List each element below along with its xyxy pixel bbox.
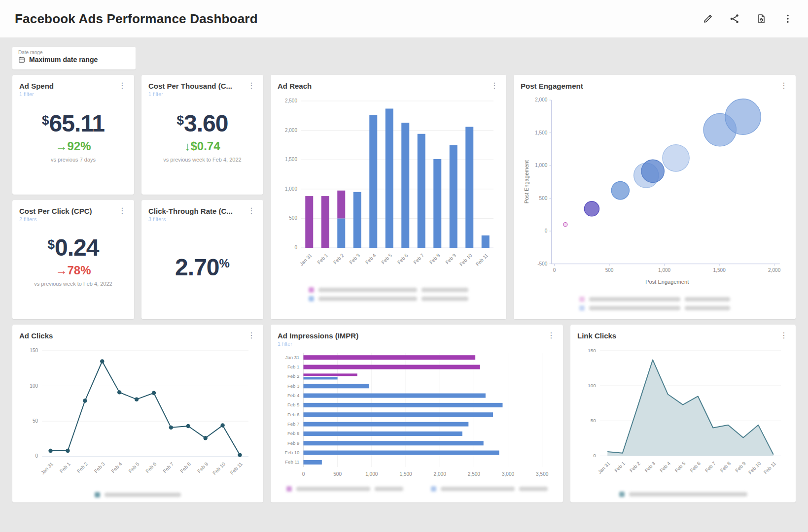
svg-text:Feb 3: Feb 3 [644, 461, 657, 473]
svg-text:1,500: 1,500 [399, 472, 412, 477]
filter-badge[interactable]: 1 filter [148, 91, 256, 97]
svg-text:2,000: 2,000 [535, 97, 548, 102]
card-title: Post Engagement [521, 82, 789, 90]
card-cost-per-click: Cost Per Click (CPC) 2 filters ⋮ $0.24 →… [12, 200, 134, 319]
card-menu-icon[interactable]: ⋮ [245, 81, 258, 91]
svg-text:Feb 1: Feb 1 [59, 461, 71, 474]
svg-text:Feb 1: Feb 1 [287, 364, 300, 369]
svg-text:Feb 11: Feb 11 [229, 461, 244, 476]
svg-text:Feb 8: Feb 8 [428, 253, 441, 266]
svg-text:Post Engagement: Post Engagement [645, 279, 689, 285]
svg-text:Feb 10: Feb 10 [458, 253, 473, 267]
card-menu-icon[interactable]: ⋮ [245, 206, 258, 216]
svg-text:Feb 7: Feb 7 [287, 421, 300, 427]
svg-text:Jan 31: Jan 31 [299, 253, 313, 267]
date-range-label: Date range [18, 50, 130, 55]
svg-text:150: 150 [30, 348, 38, 353]
kpi-comparison-text: vs previous week to Feb 4, 2022 [27, 280, 120, 288]
kpi-value: $3.60 [148, 112, 256, 135]
chart-legend-blurred [278, 287, 499, 301]
card-cost-per-thousand: Cost Per Thousand (C... 1 filter ⋮ $3.60… [141, 75, 263, 195]
svg-text:1,000: 1,000 [658, 267, 671, 273]
svg-text:0: 0 [35, 454, 38, 459]
card-menu-icon[interactable]: ⋮ [544, 331, 558, 340]
svg-text:2,000: 2,000 [434, 472, 447, 477]
svg-text:Feb 6: Feb 6 [689, 461, 702, 473]
filter-badge[interactable]: 3 filters [148, 216, 256, 222]
svg-text:Feb 3: Feb 3 [93, 461, 106, 474]
chart-legend-blurred [278, 486, 556, 492]
card-ad-clicks: Ad Clicks ⋮ 050100150Jan 31Feb 1Feb 2Feb… [12, 325, 263, 502]
svg-text:Feb 8: Feb 8 [179, 461, 192, 474]
svg-text:Feb 9: Feb 9 [196, 461, 209, 474]
card-title: Ad Impressions (IMPR) [278, 332, 556, 340]
card-title: Ad Spend [19, 82, 127, 90]
svg-text:Feb 11: Feb 11 [475, 253, 490, 267]
svg-text:Jan 31: Jan 31 [597, 461, 611, 475]
svg-text:Feb 4: Feb 4 [659, 461, 671, 473]
svg-text:Feb 9: Feb 9 [444, 253, 457, 266]
svg-text:2,500: 2,500 [285, 98, 297, 103]
card-title: Cost Per Click (CPC) [19, 207, 127, 215]
app-header: Facebook Ads Performance Dashboard [0, 0, 808, 37]
date-range-picker[interactable]: Date range Maximum date range [12, 47, 136, 69]
svg-text:Feb 5: Feb 5 [128, 461, 141, 474]
svg-text:Feb 5: Feb 5 [674, 461, 687, 473]
kpi-comparison-text: vs previous 7 days [27, 156, 120, 164]
svg-text:1,000: 1,000 [285, 186, 297, 192]
svg-text:0: 0 [294, 245, 297, 250]
svg-text:100: 100 [30, 383, 38, 389]
card-menu-icon[interactable]: ⋮ [115, 81, 129, 91]
svg-text:1,500: 1,500 [535, 130, 548, 135]
svg-text:Feb 4: Feb 4 [287, 393, 300, 398]
card-title: Ad Clicks [19, 332, 256, 340]
filter-badge[interactable]: 2 filters [19, 216, 127, 222]
svg-text:Jan 31: Jan 31 [285, 355, 300, 360]
svg-text:3,000: 3,000 [502, 472, 515, 477]
svg-text:Feb 4: Feb 4 [364, 253, 377, 266]
export-icon[interactable] [756, 13, 767, 24]
edit-icon[interactable] [703, 13, 713, 24]
chart-legend-blurred [521, 297, 789, 311]
svg-text:1,000: 1,000 [535, 163, 548, 168]
svg-text:1,000: 1,000 [365, 472, 378, 477]
svg-text:Feb 9: Feb 9 [734, 461, 747, 473]
svg-text:Jan 31: Jan 31 [40, 461, 54, 475]
svg-text:Feb 5: Feb 5 [380, 253, 393, 266]
card-menu-icon[interactable]: ⋮ [115, 206, 129, 216]
card-link-clicks: Link Clicks ⋮ 050100150Jan 31Feb 1Feb 2F… [570, 325, 796, 502]
kpi-comparison-text: vs previous week to Feb 4, 2022 [156, 156, 249, 164]
svg-text:Feb 8: Feb 8 [287, 431, 300, 436]
card-click-through-rate: Click-Through Rate (C... 3 filters ⋮ 2.7… [141, 200, 263, 319]
card-ad-spend: Ad Spend 1 filter ⋮ $65.11 →92% vs previ… [12, 75, 134, 195]
card-menu-icon[interactable]: ⋮ [245, 331, 258, 340]
svg-text:Feb 7: Feb 7 [704, 461, 717, 473]
svg-text:Feb 2: Feb 2 [629, 461, 641, 473]
more-icon[interactable] [782, 13, 793, 24]
kpi-delta: →78% [19, 264, 127, 277]
svg-text:Post Engagement: Post Engagement [524, 161, 529, 204]
svg-text:50: 50 [591, 418, 597, 424]
svg-text:500: 500 [289, 216, 297, 221]
svg-text:Feb 10: Feb 10 [285, 450, 300, 455]
card-title: Click-Through Rate (C... [148, 207, 256, 215]
card-menu-icon[interactable]: ⋮ [488, 81, 501, 91]
card-ad-impressions: Ad Impressions (IMPR) 1 filter ⋮ 05001,0… [271, 325, 563, 502]
card-menu-icon[interactable]: ⋮ [777, 331, 791, 340]
share-icon[interactable] [729, 13, 740, 24]
svg-text:Feb 8: Feb 8 [719, 461, 732, 473]
svg-text:-500: -500 [537, 261, 548, 266]
svg-text:Feb 9: Feb 9 [287, 440, 300, 446]
page-title: Facebook Ads Performance Dashboard [15, 11, 258, 27]
card-menu-icon[interactable]: ⋮ [777, 81, 791, 91]
filter-badge[interactable]: 1 filter [19, 91, 127, 97]
svg-text:0: 0 [593, 453, 596, 459]
svg-text:2,000: 2,000 [768, 267, 781, 273]
svg-text:Feb 3: Feb 3 [287, 383, 300, 389]
svg-text:0: 0 [302, 472, 305, 477]
svg-text:1,500: 1,500 [285, 157, 297, 162]
filter-badge[interactable]: 1 filter [278, 341, 556, 347]
svg-text:Feb 1: Feb 1 [613, 461, 626, 473]
kpi-value: 2.70% [148, 256, 256, 279]
link-clicks-chart: 050100150Jan 31Feb 1Feb 2Feb 3Feb 4Feb 5… [577, 343, 789, 497]
